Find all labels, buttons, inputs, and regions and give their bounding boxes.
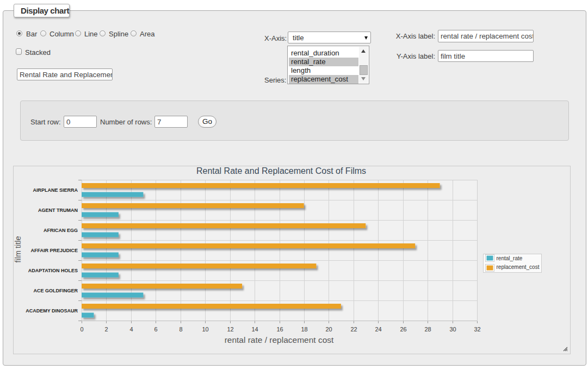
svg-text:30: 30 [449,326,456,333]
svg-text:14: 14 [251,326,258,333]
svg-text:22: 22 [350,326,357,333]
svg-text:film title: film title [14,236,22,262]
svg-text:AIRPLANE SIERRA: AIRPLANE SIERRA [33,187,78,193]
svg-text:ADAPTATION HOLES: ADAPTATION HOLES [28,268,78,273]
svg-text:AGENT TRUMAN: AGENT TRUMAN [38,208,78,213]
svg-text:28: 28 [424,326,431,333]
svg-text:16: 16 [276,326,283,333]
svg-text:AFRICAN EGG: AFRICAN EGG [44,228,78,233]
svg-text:ACE GOLDFINGER: ACE GOLDFINGER [33,288,78,293]
svg-text:0: 0 [80,326,83,333]
svg-text:rental rate / replacement cost: rental rate / replacement cost [225,335,334,344]
svg-text:6: 6 [154,326,157,333]
svg-text:32: 32 [474,326,480,333]
svg-text:AFFAIR PREJUDICE: AFFAIR PREJUDICE [30,248,78,253]
svg-text:rental_rate: rental_rate [497,255,523,261]
svg-text:ACADEMY DINOSAUR: ACADEMY DINOSAUR [26,308,78,313]
svg-text:18: 18 [301,326,307,333]
svg-text:2: 2 [104,326,108,333]
svg-text:8: 8 [179,326,182,333]
svg-text:24: 24 [375,326,381,333]
svg-text:20: 20 [325,326,332,333]
svg-text:Rental Rate and Replacement Co: Rental Rate and Replacement Cost of Film… [196,166,366,175]
svg-text:26: 26 [400,326,406,333]
svg-text:4: 4 [129,326,133,333]
svg-text:10: 10 [202,326,208,333]
svg-text:replacement_cost: replacement_cost [497,264,540,270]
svg-text:12: 12 [227,326,233,333]
